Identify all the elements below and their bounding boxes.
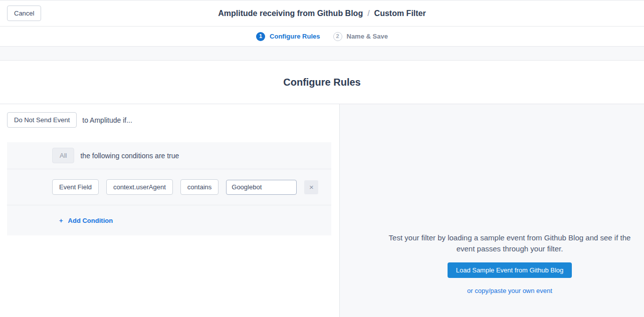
breadcrumb-separator: /: [367, 9, 369, 18]
filter-action-suffix: to Amplitude if...: [82, 116, 132, 124]
rules-panel: Do Not Send Event to Amplitude if... All…: [0, 104, 340, 317]
condition-group: All the following conditions are true Ev…: [7, 142, 331, 235]
page-title: Configure Rules: [283, 77, 360, 88]
step-name-save[interactable]: 2 Name & Save: [333, 32, 388, 41]
step-indicator: 1 Configure Rules 2 Name & Save: [0, 27, 644, 47]
operator-suffix: the following conditions are true: [80, 152, 179, 160]
breadcrumb-primary: Amplitude receiving from Github Blog: [218, 9, 363, 18]
add-condition-label: Add Condition: [68, 217, 113, 224]
step-2-label: Name & Save: [347, 33, 388, 40]
filter-action-row: Do Not Send Event to Amplitude if...: [7, 112, 332, 128]
condition-operator-button[interactable]: contains: [180, 179, 219, 195]
condition-value-input[interactable]: [226, 180, 297, 195]
load-sample-event-button[interactable]: Load Sample Event from Github Blog: [448, 262, 572, 278]
cancel-button[interactable]: Cancel: [7, 6, 41, 21]
step-1-badge: 1: [256, 32, 265, 41]
condition-field-button[interactable]: context.userAgent: [106, 179, 173, 195]
step-2-badge: 2: [333, 32, 342, 41]
plus-icon: +: [59, 217, 63, 224]
operator-select[interactable]: All: [52, 148, 74, 163]
step-1-label: Configure Rules: [270, 33, 320, 40]
breadcrumb-secondary: Custom Filter: [374, 9, 426, 18]
title-section: Configure Rules: [0, 61, 644, 104]
condition-group-header: All the following conditions are true: [7, 142, 331, 169]
breadcrumb: Amplitude receiving from Github Blog/Cus…: [218, 9, 425, 18]
close-icon: ×: [309, 183, 314, 191]
main-area: Do Not Send Event to Amplitude if... All…: [0, 104, 644, 317]
test-panel-content: Test your filter by loading a sample eve…: [384, 232, 635, 295]
step-configure-rules[interactable]: 1 Configure Rules: [256, 32, 320, 41]
test-panel: Test your filter by loading a sample eve…: [340, 104, 644, 317]
paste-event-link[interactable]: or copy/paste your own event: [467, 287, 552, 294]
sub-header-band: [0, 47, 644, 61]
test-description: Test your filter by loading a sample eve…: [384, 232, 635, 254]
condition-row: Event Field context.userAgent contains ×: [7, 169, 331, 205]
add-condition-row: + Add Condition: [7, 205, 331, 235]
add-condition-button[interactable]: + Add Condition: [59, 217, 113, 224]
remove-condition-button[interactable]: ×: [304, 180, 318, 194]
top-bar: Cancel Amplitude receiving from Github B…: [0, 0, 644, 27]
condition-type-button[interactable]: Event Field: [52, 179, 99, 195]
filter-action-button[interactable]: Do Not Send Event: [7, 112, 77, 128]
